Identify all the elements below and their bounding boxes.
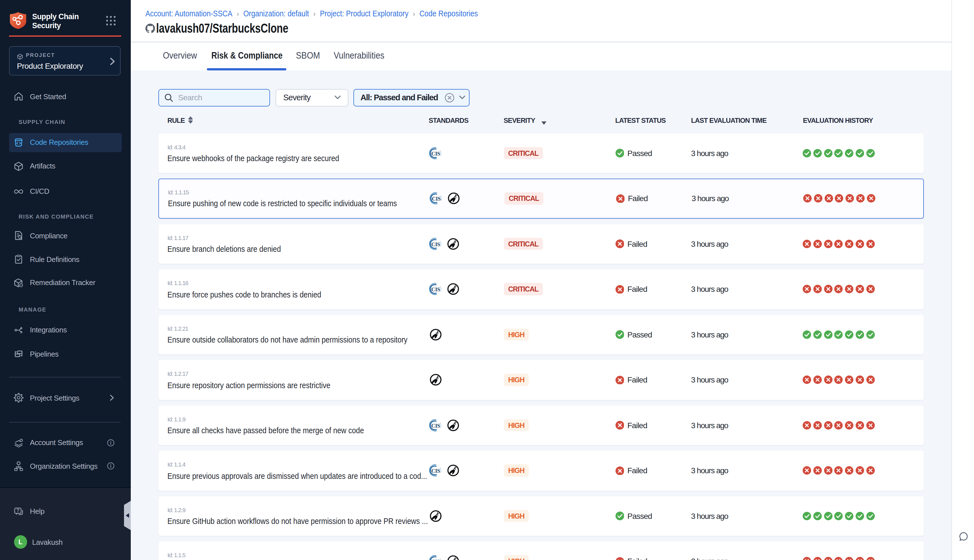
svg-text:CIS: CIS xyxy=(432,196,440,202)
svg-text:CIS: CIS xyxy=(431,150,440,156)
svg-text:CIS: CIS xyxy=(431,558,440,560)
svg-text:?: ? xyxy=(17,508,19,513)
svg-text:CIS: CIS xyxy=(431,241,440,247)
svg-text:CIS: CIS xyxy=(431,423,440,428)
svg-text:CIS: CIS xyxy=(431,468,440,474)
svg-text:CIS: CIS xyxy=(431,287,440,292)
